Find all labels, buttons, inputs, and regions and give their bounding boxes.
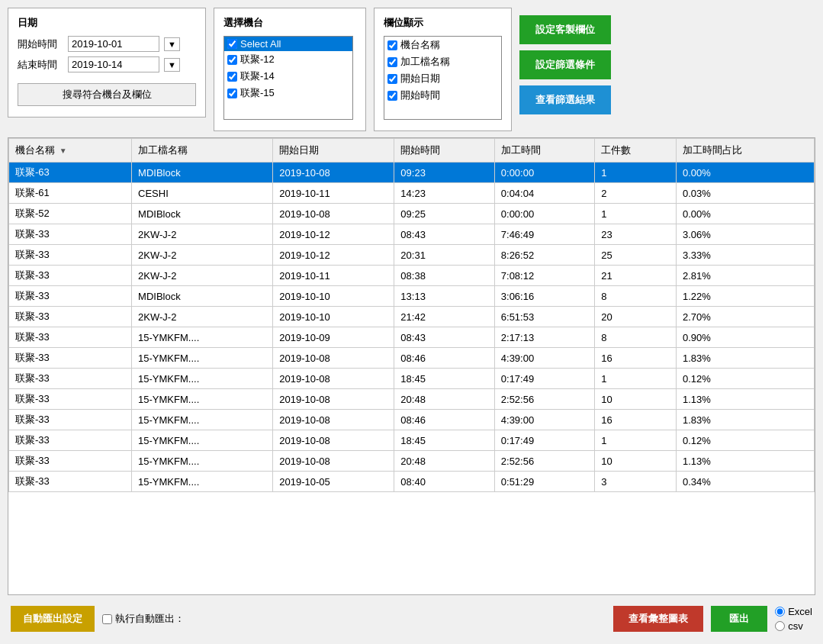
table-cell-4: 6:51:53 [494, 307, 594, 327]
sort-arrow-machine: ▼ [59, 147, 67, 155]
col-checkbox-2[interactable] [387, 74, 397, 84]
table-cell-3: 08:46 [394, 410, 494, 430]
table-cell-2: 2019-10-10 [273, 307, 394, 327]
table-cell-6: 0.03% [676, 183, 814, 204]
data-table: 機台名稱 ▼ 加工檔名稱 開始日期 開始時間 加工時間 工件數 加工時間占比 联… [8, 138, 815, 492]
excel-option[interactable]: Excel [775, 606, 812, 617]
table-body: 联聚-63MDIBlock2019-10-0809:230:00:0010.00… [9, 163, 815, 492]
filter-button[interactable]: 設定篩選條件 [519, 50, 611, 79]
table-cell-5: 1 [595, 430, 677, 451]
table-row[interactable]: 联聚-3315-YMKFM....2019-10-0820:482:52:561… [9, 389, 815, 410]
th-start-date[interactable]: 開始日期 [273, 139, 394, 163]
export-button[interactable]: 匯出 [711, 606, 767, 632]
machine-item-2[interactable]: 联聚-14 [224, 68, 352, 85]
col-checkbox-3[interactable] [387, 91, 397, 101]
table-cell-5: 10 [595, 451, 677, 472]
table-row[interactable]: 联聚-332KW-J-22019-10-1220:318:26:52253.33… [9, 245, 815, 266]
th-ratio[interactable]: 加工時間占比 [676, 139, 814, 163]
th-process-time[interactable]: 加工時間 [494, 139, 594, 163]
table-cell-3: 18:45 [394, 369, 494, 389]
table-cell-3: 21:42 [394, 307, 494, 327]
table-cell-6: 0.90% [676, 327, 814, 348]
table-cell-2: 2019-10-11 [273, 266, 394, 286]
table-row[interactable]: 联聚-33MDIBlock2019-10-1013:133:06:1681.22… [9, 286, 815, 307]
table-cell-3: 08:46 [394, 348, 494, 369]
table-row[interactable]: 联聚-3315-YMKFM....2019-10-0808:464:39:001… [9, 410, 815, 430]
excel-radio[interactable] [775, 607, 785, 617]
machine-item-0[interactable]: Select All [224, 37, 352, 51]
table-cell-1: 15-YMKFM.... [132, 389, 273, 410]
col-item-1[interactable]: 加工檔名稱 [384, 53, 501, 70]
table-row[interactable]: 联聚-3315-YMKFM....2019-10-0818:450:17:491… [9, 369, 815, 389]
th-start-time[interactable]: 開始時間 [394, 139, 494, 163]
col-item-0[interactable]: 機台名稱 [384, 37, 501, 53]
table-row[interactable]: 联聚-332KW-J-22019-10-1021:426:51:53202.70… [9, 307, 815, 327]
table-row[interactable]: 联聚-3315-YMKFM....2019-10-0820:482:52:561… [9, 451, 815, 472]
table-cell-0: 联聚-33 [9, 389, 132, 410]
end-date-picker-btn[interactable]: ▼ [164, 58, 180, 72]
machine-listbox[interactable]: Select All 联聚-12 联聚-14 联聚-15 [223, 36, 353, 120]
table-cell-6: 1.83% [676, 348, 814, 369]
th-filename[interactable]: 加工檔名稱 [132, 139, 273, 163]
auto-export-settings-button[interactable]: 自動匯出設定 [11, 606, 95, 632]
auto-export-checkbox[interactable] [102, 614, 112, 624]
table-cell-1: 15-YMKFM.... [132, 327, 273, 348]
table-cell-5: 16 [595, 410, 677, 430]
table-cell-6: 1.13% [676, 451, 814, 472]
table-cell-5: 8 [595, 286, 677, 307]
bottom-bar: 自動匯出設定 執行自動匯出： 查看彙整圖表 匯出 Excel csv [8, 601, 815, 636]
view-chart-button[interactable]: 查看彙整圖表 [613, 606, 703, 632]
col-item-2[interactable]: 開始日期 [384, 70, 501, 87]
main-container: 日期 開始時間 ▼ 結束時間 ▼ 搜尋符合機台及欄位 選擇機台 Select A… [0, 0, 823, 644]
table-cell-2: 2019-10-08 [273, 430, 394, 451]
start-date-picker-btn[interactable]: ▼ [164, 37, 180, 51]
machine-checkbox-2[interactable] [227, 72, 237, 82]
table-cell-4: 2:52:56 [494, 451, 594, 472]
machine-checkbox-0[interactable] [227, 39, 237, 49]
table-cell-4: 4:39:00 [494, 348, 594, 369]
machine-checkbox-1[interactable] [227, 55, 237, 65]
th-machine[interactable]: 機台名稱 ▼ [9, 139, 132, 163]
table-cell-6: 1.83% [676, 410, 814, 430]
table-scroll[interactable]: 機台名稱 ▼ 加工檔名稱 開始日期 開始時間 加工時間 工件數 加工時間占比 联… [8, 138, 815, 594]
search-button[interactable]: 搜尋符合機台及欄位 [18, 83, 196, 106]
col-checkbox-1[interactable] [387, 57, 397, 67]
table-row[interactable]: 联聚-3315-YMKFM....2019-10-0818:450:17:491… [9, 430, 815, 451]
custom-column-button[interactable]: 設定客製欄位 [519, 15, 611, 44]
table-cell-2: 2019-10-08 [273, 410, 394, 430]
view-filter-button[interactable]: 查看篩選結果 [519, 85, 611, 114]
table-cell-2: 2019-10-08 [273, 204, 394, 224]
table-cell-4: 2:52:56 [494, 389, 594, 410]
start-date-input[interactable] [68, 36, 159, 52]
table-cell-0: 联聚-33 [9, 348, 132, 369]
table-row[interactable]: 联聚-3315-YMKFM....2019-10-0508:400:51:293… [9, 472, 815, 492]
machine-checkbox-3[interactable] [227, 89, 237, 98]
table-cell-4: 0:00:00 [494, 204, 594, 224]
table-cell-3: 20:48 [394, 451, 494, 472]
table-cell-1: 15-YMKFM.... [132, 451, 273, 472]
machine-item-1[interactable]: 联聚-12 [224, 51, 352, 68]
table-row[interactable]: 联聚-61CESHI2019-10-1114:230:04:0420.03% [9, 183, 815, 204]
table-row[interactable]: 联聚-3315-YMKFM....2019-10-0908:432:17:138… [9, 327, 815, 348]
table-row[interactable]: 联聚-332KW-J-22019-10-1108:387:08:12212.81… [9, 266, 815, 286]
col-item-3[interactable]: 開始時間 [384, 87, 501, 104]
table-cell-6: 0.12% [676, 430, 814, 451]
table-cell-0: 联聚-33 [9, 286, 132, 307]
machine-item-3[interactable]: 联聚-15 [224, 85, 352, 101]
col-item-label-2: 開始日期 [400, 72, 440, 85]
end-date-input[interactable] [68, 56, 159, 72]
table-row[interactable]: 联聚-63MDIBlock2019-10-0809:230:00:0010.00… [9, 163, 815, 183]
table-cell-4: 7:08:12 [494, 266, 594, 286]
csv-radio[interactable] [775, 621, 785, 631]
th-parts[interactable]: 工件數 [595, 139, 677, 163]
table-cell-3: 20:31 [394, 245, 494, 266]
col-checkbox-0[interactable] [387, 40, 397, 50]
table-cell-2: 2019-10-08 [273, 389, 394, 410]
machine-label: 選擇機台 [223, 16, 356, 30]
table-row[interactable]: 联聚-52MDIBlock2019-10-0809:250:00:0010.00… [9, 204, 815, 224]
table-row[interactable]: 联聚-3315-YMKFM....2019-10-0808:464:39:001… [9, 348, 815, 369]
csv-option[interactable]: csv [775, 620, 812, 632]
table-cell-2: 2019-10-11 [273, 183, 394, 204]
table-row[interactable]: 联聚-332KW-J-22019-10-1208:437:46:49233.06… [9, 224, 815, 245]
column-listbox[interactable]: 機台名稱 加工檔名稱 開始日期 開始時間 [384, 36, 502, 120]
